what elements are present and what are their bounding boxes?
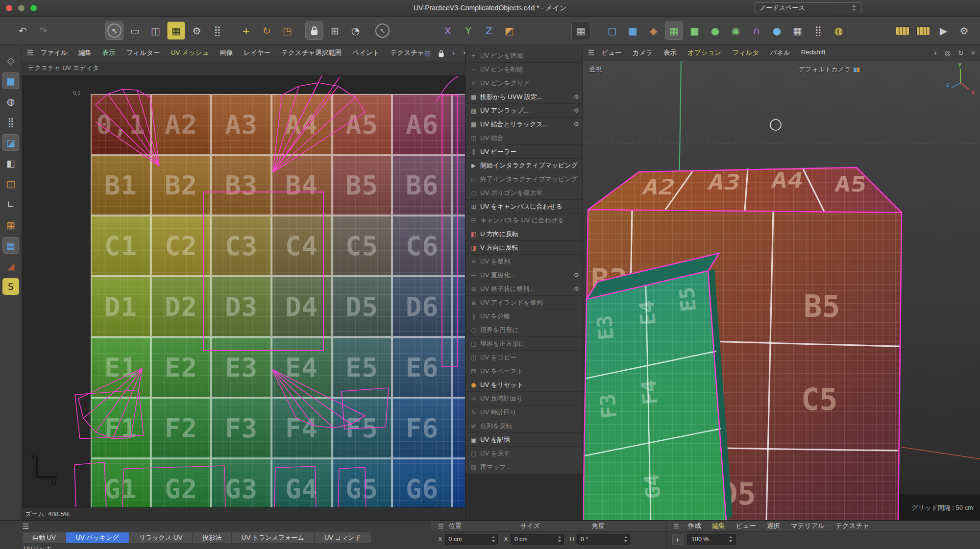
panel-menu-icon[interactable]: ☰	[438, 523, 444, 530]
uv-paste[interactable]: ▤UV をペースト	[466, 364, 583, 378]
close-window-button[interactable]	[6, 5, 12, 11]
menu-texture[interactable]: テクスチャ	[391, 48, 424, 57]
uvw-from-projection[interactable]: ▦投影から UVW 設定...⚙	[466, 90, 583, 104]
attrmenu-create[interactable]: 作成	[688, 522, 701, 530]
coord-input-angle-h[interactable]: 0 °	[577, 534, 630, 545]
uv-pin-clear[interactable]: ×UV ピンをクリア	[466, 76, 583, 90]
tab-projection[interactable]: 投影法	[193, 532, 232, 544]
edge-mode-icon[interactable]: ◪	[2, 134, 19, 151]
scale-tool-icon[interactable]: ◳	[278, 22, 296, 40]
tab-uv-transform[interactable]: UV トランスフォーム	[232, 532, 315, 544]
start-interactive-mapping[interactable]: ▶開始インタラクティブマッピング	[466, 159, 583, 172]
uv-rotate-ccw[interactable]: ↺UV 反時計回り	[466, 392, 583, 406]
uv-canvas[interactable]: 0,1 0,1A2A3A4A5A6B1B2B3B4B5B6C1C2C3C4C5C…	[22, 75, 465, 507]
light-icon[interactable]: ◍	[830, 22, 848, 40]
soft-selection-icon[interactable]: ⣿	[208, 22, 226, 40]
tab-relax-uv[interactable]: リラックス UV	[129, 532, 193, 544]
gear-icon[interactable]: ⚙	[573, 120, 579, 128]
smooth-blob-icon[interactable]: ●	[768, 22, 786, 40]
menu-texture-selection[interactable]: テクスチャ選択範囲	[281, 48, 342, 57]
minimize-window-button[interactable]	[18, 5, 24, 11]
grid-dots-icon[interactable]: ⣿	[809, 22, 827, 40]
stepper-icon[interactable]	[557, 536, 563, 543]
uv-polygon-mode-icon[interactable]: ▦	[665, 22, 683, 40]
pan-view-icon[interactable]: +	[933, 49, 937, 57]
polygon-mode-icon[interactable]: ◧	[2, 155, 19, 171]
relax-spheres-icon[interactable]: ◉	[727, 22, 745, 40]
uv-polygon-maximize[interactable]: ◻UV ポリゴンを最大化	[466, 186, 583, 200]
snap-grid-icon[interactable]: ⊞	[326, 22, 344, 40]
texture-lock-icon[interactable]	[438, 49, 444, 57]
point-mode-icon[interactable]: ⣿	[2, 114, 19, 130]
flip-v[interactable]: ◨V 方向に反転	[466, 241, 583, 255]
uv-island-align[interactable]: ≣UV アイランドを整列	[466, 296, 583, 310]
workspace-dropdown[interactable]: ノードスペース	[755, 2, 861, 13]
quantize-rotate-icon[interactable]: ◔	[346, 22, 365, 40]
frame-view-icon[interactable]: ◎	[945, 49, 951, 57]
object-mode-icon[interactable]: ■	[2, 72, 19, 89]
texture-mode-icon[interactable]: ◍	[2, 93, 19, 110]
attrmenu-select[interactable]: 選択	[767, 522, 780, 530]
attrmenu-edit[interactable]: 編集	[712, 522, 725, 530]
uv-pin-delete[interactable]: −UV ピンを削除	[466, 63, 583, 76]
frame-selection-icon[interactable]: ◫	[147, 22, 165, 40]
settings-gear-icon[interactable]: ⚙	[955, 22, 973, 40]
move-tool-icon[interactable]: +	[237, 22, 255, 40]
tab-auto-uv[interactable]: 自動 UV	[22, 532, 66, 544]
uv-merge[interactable]: ◫UV 結合	[466, 131, 583, 145]
menu-file[interactable]: ファイル	[40, 48, 67, 57]
gear-icon[interactable]: ⚙	[573, 107, 579, 114]
menu-image[interactable]: 画像	[220, 48, 233, 57]
viewmenu-panel[interactable]: パネル	[770, 48, 790, 57]
flip-u[interactable]: ◧U 方向に反転	[466, 227, 583, 241]
viewmenu-options[interactable]: オプション	[687, 48, 721, 57]
render-strip-b-icon[interactable]	[914, 22, 932, 40]
uv-merge-relax[interactable]: ▩UV 結合とリラックス...⚙	[466, 118, 583, 131]
pan-icon[interactable]: +	[452, 49, 456, 57]
menu-layer[interactable]: レイヤー	[244, 48, 270, 57]
uv-copy[interactable]: ◫UV をコピー	[466, 351, 583, 364]
stepper-icon[interactable]	[491, 536, 496, 543]
camera-settings-icon[interactable]	[854, 68, 859, 72]
gear-icon[interactable]: ⚙	[573, 93, 579, 100]
viewport-3d[interactable]: A2 A3 A4 A5 B3 B4 B5 C5 D5	[583, 61, 980, 520]
rectangle-selection-icon[interactable]: ▭	[126, 22, 144, 40]
render-view-icon[interactable]: ▦	[571, 21, 590, 40]
uv-unwrap[interactable]: ▧UV アンラップ...⚙	[466, 104, 583, 118]
attrmenu-view[interactable]: ビュー	[736, 522, 756, 530]
uv-align[interactable]: ≡UV を整列	[466, 255, 583, 268]
coordinate-system-icon[interactable]: ◩	[500, 22, 518, 40]
coord-input-position-x[interactable]: 0 cm	[445, 534, 498, 545]
uv-reset[interactable]: ●UV をリセット	[466, 378, 583, 392]
workplane-lock-icon[interactable]	[305, 22, 323, 40]
viewmenu-camera[interactable]: カメラ	[633, 48, 653, 57]
panel-menu-icon[interactable]: ☰	[27, 48, 33, 57]
live-selection-icon[interactable]: ↖	[105, 22, 123, 40]
zoom-select[interactable]: 100 %	[687, 534, 736, 545]
fit-canvas-to-uv[interactable]: ⊟キャンバスを UV に合わせる	[466, 214, 583, 227]
selection-filter-icon[interactable]: ↖	[373, 22, 392, 40]
boundary-square[interactable]: □境界を正方形に	[466, 337, 583, 351]
axis-gizmo[interactable]: Y Z X	[944, 62, 978, 96]
viewmenu-display[interactable]: 表示	[663, 48, 677, 57]
refresh-view-icon[interactable]: ↻	[958, 49, 964, 57]
checker-table-icon[interactable]: ▦	[788, 22, 807, 40]
stepper-icon[interactable]	[623, 536, 629, 543]
lock-y-axis-icon[interactable]: Y	[459, 22, 477, 40]
lock-z-axis-icon[interactable]: Z	[480, 22, 498, 40]
teal-box-object[interactable]: E3 E4 E5 F3 F4 G4	[583, 253, 733, 520]
boundary-circle[interactable]: ○境界を円形に	[466, 323, 583, 337]
uv-straighten[interactable]: —UV 直線化...⚙	[466, 268, 583, 282]
wire-select-icon[interactable]: ▢	[603, 22, 621, 40]
uv-edit-icon[interactable]: ◫	[2, 175, 19, 192]
viewmenu-view[interactable]: ビュー	[601, 48, 621, 57]
tool-settings-gear-icon[interactable]: ⚙	[188, 22, 206, 40]
editor-tab[interactable]: テクスチャ UV エディタ	[22, 61, 465, 75]
attrmenu-texture[interactable]: テクスチャ	[835, 522, 869, 530]
remap[interactable]: ▨再マップ...	[466, 460, 583, 474]
panel-menu-icon[interactable]: ☰	[23, 522, 29, 531]
uv-separate[interactable]: ∦UV を分離	[466, 310, 583, 323]
rotate-tool-icon[interactable]: ↻	[258, 22, 276, 40]
snapshot-icon[interactable]: S	[2, 278, 19, 295]
sphere-points-icon[interactable]: ●	[706, 22, 724, 40]
